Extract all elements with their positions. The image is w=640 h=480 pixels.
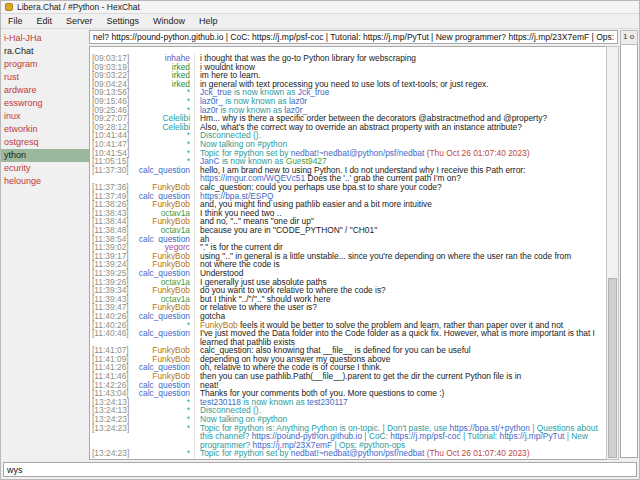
nick: octav1a [137,295,195,304]
chat-line: [13:24:23]*Topic for #python is: Anythin… [92,424,604,450]
chat-line: [11:38:26]FunkyBoband, you might find us… [92,200,604,209]
nick: * [137,398,195,407]
nick: * [137,321,195,330]
chat-line: [11:38:54]calc_questionah [92,235,604,244]
chat-line: [09:03:17]inhahei thought that was the g… [92,54,604,63]
chat-line: [11:38:48]octav1abecause you are in "COD… [92,226,604,235]
message-text: (Thu Oct 26 01:07:40 2023) [424,148,529,158]
message: Topic for #python set by nedbat!~nedbat@… [200,449,604,458]
nick: calc_question [137,312,195,321]
channel-tab[interactable]: etworkin [1,123,89,136]
nick: * [137,131,195,140]
chat-line: [11:39:34]FunkyBobdo you want to work re… [92,286,604,295]
window-title: Libera.Chat / #Python - HexChat [17,2,140,12]
nick: calc_question [137,389,195,398]
url-link[interactable]: https://j.mp/PyTut [500,431,565,441]
message: Topic for #python is: Anything Python is… [200,424,604,450]
nick: calc_question [137,192,195,201]
menu-edit[interactable]: Edit [30,16,60,26]
chat-line: [09:04:24]irkedin general with text proc… [92,80,604,89]
topic-input[interactable] [89,30,618,44]
nick: inhahe [137,54,195,63]
nick: * [137,106,195,115]
channel-tab[interactable]: i-Hal-JHa [1,32,89,45]
menu-server[interactable]: Server [59,16,100,26]
message-input[interactable] [3,462,637,477]
timestamp: [11:37:30] [92,166,137,183]
center-pane: [09:03:17]inhahei thought that was the g… [89,29,619,460]
channel-tab[interactable]: helounge [1,175,89,188]
main-area: i-Hal-JHara.Chatprogramrustardwareesswro… [1,29,639,460]
message-text: Topic for #python set by [200,448,291,458]
message: or relative to where the user is? [200,303,604,312]
message: i thought that was the go-to Python libr… [200,54,604,63]
chat-line: [11:37:36]FunkyBobcalc_question: could y… [92,183,604,192]
nick: irked [137,80,195,89]
chat-line: [11:38:43]octav1aI think you need two .. [92,209,604,218]
menu-window[interactable]: Window [146,16,192,26]
nick: irked [137,63,195,72]
channel-tab[interactable]: ra.Chat [1,45,89,58]
chat-line: [11:41:46]FunkyBobthen you can use pathl… [92,372,604,381]
message-text: | Tutorial: [461,431,500,441]
nick: * [137,88,195,97]
timestamp: [13:24:23] [92,424,137,450]
channel-tab[interactable]: ecurity [1,162,89,175]
menu-help[interactable]: Help [192,16,225,26]
message: i wouldnt know [200,63,604,72]
input-bar [1,460,639,479]
channel-tab[interactable]: ardware [1,84,89,97]
chat-line: [13:24:13]*test230118 is now known as te… [92,398,604,407]
nick: * [137,449,195,458]
nick: octav1a [137,209,195,218]
chat-line: [11:39:47]FunkyBobor relative to where t… [92,303,604,312]
channel-tab[interactable]: ython [1,149,89,162]
channel-tab[interactable]: program [1,58,89,71]
chat-line: [11:39:17]FunkyBobusing ".." in general … [92,252,604,261]
titlebar[interactable]: Libera.Chat / #Python - HexChat [1,1,639,14]
nick: octav1a [137,226,195,235]
menu-settings[interactable]: Settings [100,16,147,26]
channel-tab[interactable]: rust [1,71,89,84]
timestamp: [11:40:46] [92,329,137,346]
chat-scrollbar[interactable] [606,46,619,460]
userlist-header: 1 o [620,30,638,45]
message-text: then you can use pathlib.Path(__file__).… [200,371,521,381]
channel-tab[interactable]: esswrong [1,97,89,110]
menu-file[interactable]: File [1,16,30,26]
nick: FunkyBob [137,286,195,295]
nick: calc_question [137,269,195,278]
chat-line: [11:39:43]octav1abut I think "../"/".." … [92,295,604,304]
hexchat-window: Libera.Chat / #Python - HexChat FileEdit… [0,0,640,480]
message: then you can use pathlib.Path(__file__).… [200,372,604,381]
nick: * [137,140,195,149]
nick: Celelibi [137,114,195,123]
topic-bar [89,29,619,46]
message: not where the code is [200,260,604,269]
channel-tab[interactable]: ostgresq [1,136,89,149]
nick: calc_question [137,166,195,183]
chat-line: [11:37:30]calc_questionhello, I am brand… [92,166,604,183]
chat-line: [11:39:24]FunkyBobnot where the code is [92,260,604,269]
chat-line: [09:15:46]*laz0r_ is now known as laz0r [92,97,604,106]
nick: calc_question [137,235,195,244]
nick: yegorc [137,243,195,252]
userlist-pane: 1 o [619,29,639,460]
nick: FunkyBob [137,355,195,364]
nick: calc_question [137,329,195,346]
chat-line: [11:43:04]calc_questionThanks for your c… [92,389,604,398]
nick: FunkyBob [137,252,195,261]
message-text: I've just moved the Data folder into the… [200,328,595,347]
nick: FunkyBob [137,346,195,355]
chat-line: [10:41:54]*Topic for #python set by nedb… [92,149,604,158]
scrollbar-thumb[interactable] [608,278,617,458]
menubar: FileEditServerSettingsWindowHelp [1,14,639,29]
chat-line: [10:41:44]*Disconnected (). [92,131,604,140]
nick: * [137,424,195,450]
channel-tab[interactable]: inux [1,110,89,123]
nick: * [137,149,195,158]
nick: calc_question [137,363,195,372]
chat-line: [09:28:12]CelelibiAlso, what's the corre… [92,123,604,132]
message: I've just moved the Data folder into the… [200,329,604,346]
chat-line: [09:13:56]*Jck_true is now known as Jck_… [92,88,604,97]
